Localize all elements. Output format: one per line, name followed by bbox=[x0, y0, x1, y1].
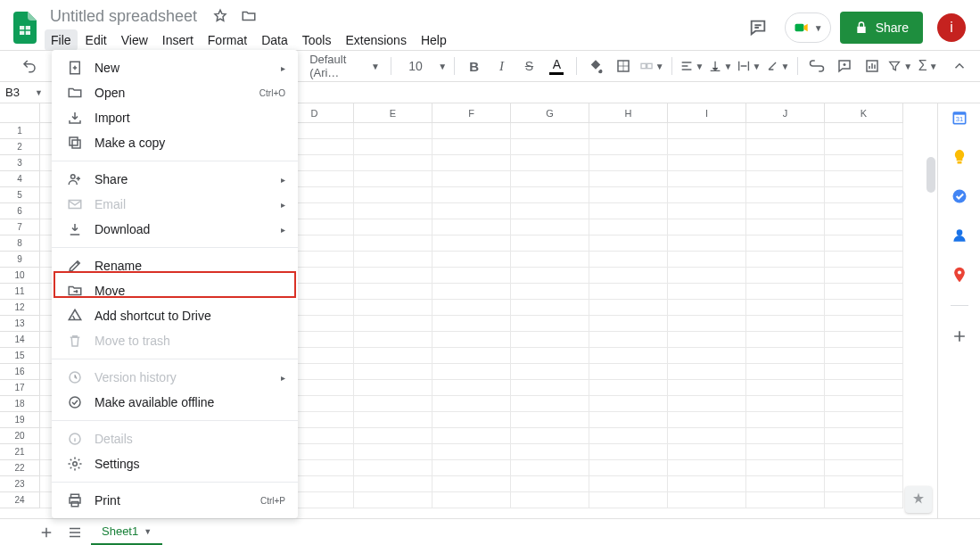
maps-addon-icon[interactable] bbox=[951, 266, 968, 284]
cell[interactable] bbox=[354, 219, 432, 235]
cell[interactable] bbox=[354, 396, 432, 412]
file-offline[interactable]: Make available offline bbox=[52, 390, 298, 415]
cell[interactable] bbox=[825, 171, 903, 187]
move-icon[interactable] bbox=[238, 5, 259, 27]
cell[interactable] bbox=[668, 139, 746, 155]
cell[interactable] bbox=[589, 284, 668, 300]
cell[interactable] bbox=[354, 444, 432, 460]
cell[interactable] bbox=[432, 187, 511, 203]
cell[interactable] bbox=[668, 460, 746, 476]
cell[interactable] bbox=[746, 460, 825, 476]
cell[interactable] bbox=[668, 235, 746, 252]
cell[interactable] bbox=[511, 139, 589, 155]
cell[interactable] bbox=[746, 203, 825, 219]
cell[interactable] bbox=[825, 396, 903, 412]
column-header[interactable]: E bbox=[354, 103, 432, 123]
cell[interactable] bbox=[589, 139, 668, 155]
sheet-tab[interactable]: Sheet1▼ bbox=[91, 520, 162, 545]
row-header[interactable]: 13 bbox=[0, 316, 40, 332]
cell[interactable] bbox=[746, 348, 825, 364]
file-share[interactable]: Share▸ bbox=[52, 167, 298, 192]
menu-view[interactable]: View bbox=[115, 29, 154, 51]
explore-button[interactable] bbox=[905, 486, 932, 513]
v-align-button[interactable]: ▼ bbox=[708, 54, 733, 78]
undo-button[interactable] bbox=[18, 54, 42, 78]
cell[interactable] bbox=[825, 332, 903, 348]
cell[interactable] bbox=[825, 235, 903, 252]
file-open[interactable]: OpenCtrl+O bbox=[52, 80, 298, 105]
cell[interactable] bbox=[432, 300, 511, 316]
cell[interactable] bbox=[746, 300, 825, 316]
cell[interactable] bbox=[589, 268, 668, 284]
cell[interactable] bbox=[511, 396, 589, 412]
cell[interactable] bbox=[432, 492, 511, 508]
cell[interactable] bbox=[511, 444, 589, 460]
cell[interactable] bbox=[825, 348, 903, 364]
cell[interactable] bbox=[354, 348, 432, 364]
column-header[interactable]: H bbox=[589, 103, 668, 123]
italic-button[interactable]: I bbox=[490, 54, 514, 78]
cell[interactable] bbox=[589, 348, 668, 364]
cell[interactable] bbox=[589, 316, 668, 332]
cell[interactable] bbox=[511, 300, 589, 316]
cell[interactable] bbox=[511, 428, 589, 444]
font-family-select[interactable]: Default (Ari…▼ bbox=[306, 53, 383, 79]
row-header[interactable]: 16 bbox=[0, 364, 40, 380]
cell[interactable] bbox=[668, 187, 746, 203]
contacts-addon-icon[interactable] bbox=[951, 227, 968, 244]
cell[interactable] bbox=[825, 316, 903, 332]
cell[interactable] bbox=[746, 492, 825, 508]
cell[interactable] bbox=[432, 476, 511, 492]
cell[interactable] bbox=[511, 123, 589, 139]
cell[interactable] bbox=[746, 155, 825, 171]
cell[interactable] bbox=[668, 348, 746, 364]
document-title[interactable]: Untitled spreadsheet bbox=[45, 5, 202, 28]
cell[interactable] bbox=[746, 284, 825, 300]
cell[interactable] bbox=[825, 444, 903, 460]
cell[interactable] bbox=[432, 396, 511, 412]
bold-button[interactable]: B bbox=[462, 54, 486, 78]
cell[interactable] bbox=[354, 235, 432, 252]
cell[interactable] bbox=[589, 123, 668, 139]
file-download[interactable]: Download▸ bbox=[52, 217, 298, 242]
cell[interactable] bbox=[746, 139, 825, 155]
cell[interactable] bbox=[589, 171, 668, 187]
tasks-addon-icon[interactable] bbox=[951, 187, 968, 205]
cell[interactable] bbox=[746, 171, 825, 187]
cell[interactable] bbox=[432, 332, 511, 348]
cell[interactable] bbox=[746, 332, 825, 348]
cell[interactable] bbox=[511, 380, 589, 396]
meet-button[interactable]: ▼ bbox=[785, 12, 831, 43]
cell[interactable] bbox=[825, 123, 903, 139]
cell[interactable] bbox=[825, 203, 903, 219]
add-addon-button[interactable] bbox=[951, 327, 968, 345]
row-header[interactable]: 7 bbox=[0, 219, 40, 235]
file-import[interactable]: Import bbox=[52, 105, 298, 130]
cell[interactable] bbox=[589, 155, 668, 171]
cell[interactable] bbox=[589, 476, 668, 492]
cell[interactable] bbox=[432, 460, 511, 476]
cell[interactable] bbox=[511, 187, 589, 203]
cell[interactable] bbox=[668, 300, 746, 316]
cell[interactable] bbox=[825, 460, 903, 476]
row-header[interactable]: 21 bbox=[0, 444, 40, 460]
cell[interactable] bbox=[668, 364, 746, 380]
cell[interactable] bbox=[511, 348, 589, 364]
cell[interactable] bbox=[589, 444, 668, 460]
share-button[interactable]: Share bbox=[840, 12, 923, 44]
file-make-copy[interactable]: Make a copy bbox=[52, 130, 298, 155]
cell[interactable] bbox=[432, 235, 511, 252]
row-header[interactable]: 18 bbox=[0, 396, 40, 412]
cell[interactable] bbox=[825, 139, 903, 155]
cell[interactable] bbox=[589, 492, 668, 508]
cell[interactable] bbox=[432, 139, 511, 155]
calendar-addon-icon[interactable]: 31 bbox=[951, 109, 968, 127]
cell[interactable] bbox=[825, 300, 903, 316]
row-header[interactable]: 1 bbox=[0, 123, 40, 139]
font-size-select[interactable]: 10 bbox=[399, 59, 432, 73]
menu-help[interactable]: Help bbox=[415, 29, 453, 51]
column-header[interactable]: G bbox=[511, 103, 589, 123]
menu-edit[interactable]: Edit bbox=[79, 29, 113, 51]
cell[interactable] bbox=[511, 219, 589, 235]
cell[interactable] bbox=[354, 476, 432, 492]
